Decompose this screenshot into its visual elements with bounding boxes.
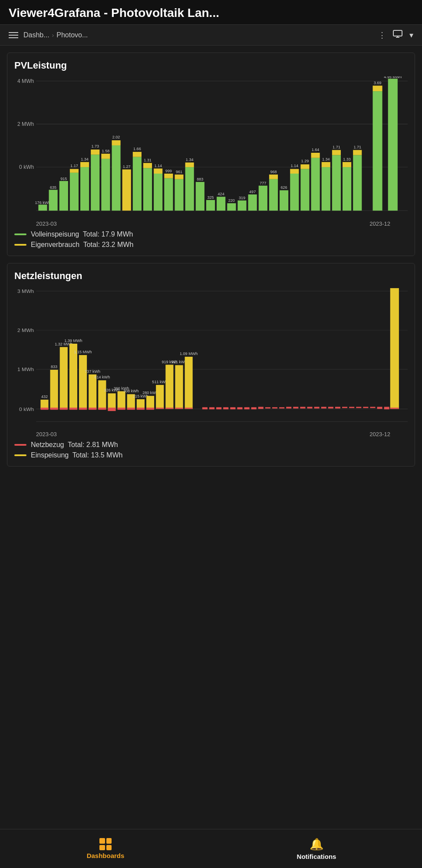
hamburger-menu[interactable] [9,32,18,38]
svg-rect-36 [143,168,152,210]
svg-rect-177 [342,407,347,408]
svg-text:220: 220 [228,198,235,203]
svg-rect-70 [290,174,299,210]
svg-rect-71 [290,169,299,174]
svg-rect-16 [70,173,79,210]
svg-rect-124 [98,380,106,409]
svg-rect-91 [373,91,382,210]
nav-icons: ⋮ ▾ [378,30,413,40]
svg-rect-23 [91,150,99,155]
svg-rect-160 [223,407,228,409]
svg-text:3.69: 3.69 [374,81,382,85]
svg-text:1.64: 1.64 [312,148,320,152]
svg-rect-76 [311,158,320,211]
legend-label-netzbezug: Netzbezug Total: 2.81 MWh [31,441,118,449]
svg-text:432: 432 [41,395,48,399]
x-label-start: 2023-03 [36,220,57,227]
svg-text:308 kWh: 308 kWh [123,389,139,394]
svg-text:1.66: 1.66 [133,146,141,151]
svg-rect-86 [343,162,351,167]
svg-rect-92 [373,85,382,91]
svg-rect-48 [185,167,194,210]
dashboards-icon [99,838,112,850]
svg-rect-65 [269,179,278,211]
svg-rect-136 [137,399,145,409]
svg-text:1.27: 1.27 [123,164,131,169]
svg-rect-34 [133,152,142,157]
svg-text:968: 968 [270,170,277,174]
svg-rect-161 [230,407,235,409]
display-icon[interactable] [393,30,402,40]
svg-text:2.70 MWh: 2.70 MWh [386,287,403,288]
chevron-down-icon[interactable]: ▾ [409,30,413,40]
svg-rect-152 [185,408,193,409]
svg-text:1.34: 1.34 [81,157,89,161]
svg-rect-20 [80,162,89,167]
panel2-svg: 3 MWh 2 MWh 1 MWh 0 kWh 432 833 1.32 MWh [14,287,408,426]
svg-rect-119 [79,408,87,410]
svg-text:1.71: 1.71 [353,145,361,149]
svg-rect-29 [112,140,120,145]
x2-label-end: 2023-12 [369,431,390,437]
svg-rect-113 [60,408,68,410]
svg-rect-80 [322,162,330,167]
svg-rect-39 [154,174,162,210]
svg-text:1.15 MWh: 1.15 MWh [74,350,92,354]
legend-item-eigenverbrauch: Eigenverbrauch Total: 23.2 MWh [14,241,408,249]
svg-rect-94 [388,79,398,210]
svg-text:4 MWh: 4 MWh [17,78,34,84]
svg-rect-134 [127,408,135,410]
breadcrumb-separator: › [52,32,54,39]
svg-rect-182 [377,407,382,409]
more-options-icon[interactable]: ⋮ [378,30,386,40]
svg-text:1.29: 1.29 [301,159,309,163]
svg-rect-43 [164,174,173,178]
svg-rect-66 [269,174,278,179]
bottom-tab-bar: Dashboards 🔔 Notifications [0,829,422,868]
svg-rect-179 [356,407,361,408]
svg-text:614 kWh: 614 kWh [94,375,110,380]
svg-rect-14 [59,181,68,210]
svg-text:0 kWh: 0 kWh [19,164,34,170]
panel1-legend: Volleinspeisung Total: 17.9 MWh Eigenver… [14,230,408,249]
svg-text:1.58: 1.58 [102,149,110,153]
panel2-chart: 3 MWh 2 MWh 1 MWh 0 kWh 432 833 1.32 MWh [14,287,408,426]
svg-rect-128 [108,408,115,411]
panel-netzleistungen: Netzleistungen 3 MWh 2 MWh 1 MWh 0 kWh [7,263,415,467]
svg-rect-159 [216,407,221,409]
panel2-legend: Netzbezug Total: 2.81 MWh Einspeisung To… [14,441,408,459]
svg-rect-148 [175,365,183,409]
svg-rect-167 [272,407,277,408]
panel-pvleistung: PVLeistung 4 MWh 2 MWh 0 kWh [7,53,415,256]
svg-rect-74 [300,164,309,169]
legend-color-eigenverbrauch [14,244,26,246]
tab-dashboards[interactable]: Dashboards [0,838,211,859]
panel1-chart: 4 MWh 2 MWh 0 kWh 176 kWh 635 915 [14,76,408,215]
breadcrumb-home[interactable]: Dashb... [23,31,49,39]
legend-item-einspeisung: Einspeisung Total: 13.5 MWh [14,451,408,459]
svg-rect-33 [133,157,142,211]
svg-rect-19 [80,167,89,210]
svg-text:961: 961 [176,170,182,174]
svg-rect-63 [259,186,267,211]
svg-rect-173 [314,407,320,408]
svg-rect-25 [101,159,110,210]
svg-rect-82 [332,155,341,210]
svg-rect-77 [311,153,320,158]
svg-text:2 MWh: 2 MWh [17,327,34,333]
svg-text:635: 635 [50,185,56,190]
svg-rect-79 [322,167,330,210]
tab-notifications[interactable]: 🔔 Notifications [211,838,422,860]
panel1-x-axis: 2023-03 2023-12 [14,219,408,227]
svg-text:626: 626 [281,185,287,190]
svg-rect-183 [384,407,389,409]
svg-rect-51 [196,182,204,210]
svg-text:1.17: 1.17 [70,164,78,168]
svg-text:1.71: 1.71 [333,145,340,149]
svg-text:1.33: 1.33 [343,157,351,161]
svg-rect-68 [280,190,288,210]
svg-rect-73 [300,169,309,210]
svg-rect-110 [50,408,58,410]
svg-text:883: 883 [197,177,203,181]
svg-rect-151 [185,357,193,409]
